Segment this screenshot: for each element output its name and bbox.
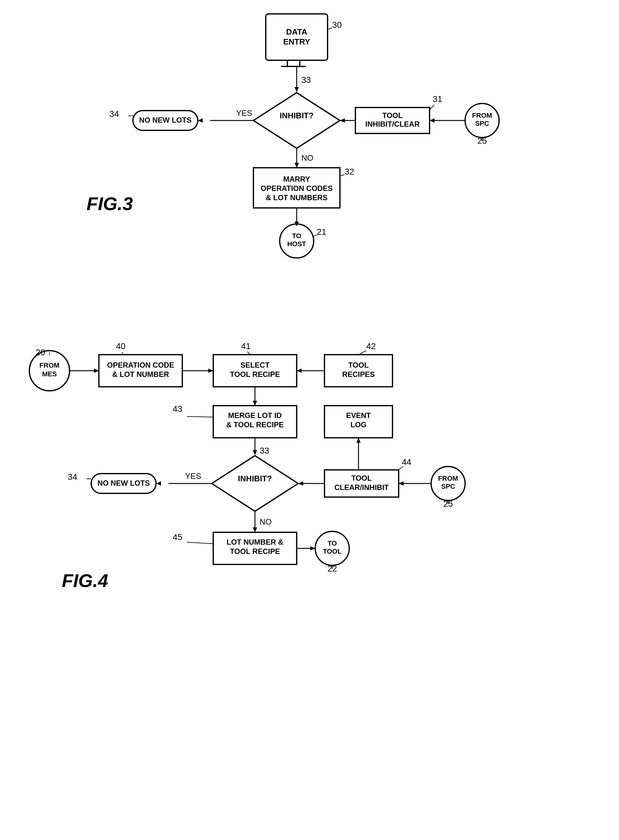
- svg-marker-14: [295, 163, 299, 168]
- to-host-label-2: HOST: [287, 240, 306, 248]
- svg-marker-44: [253, 401, 257, 406]
- svg-marker-49: [253, 450, 257, 455]
- svg-marker-8: [253, 93, 340, 148]
- no-new-lots-label-fig3: NO NEW LOTS: [139, 116, 191, 124]
- svg-line-68: [187, 542, 213, 544]
- yes-label-fig3: YES: [236, 109, 252, 118]
- from-spc-label-1-fig3: FROM: [472, 112, 492, 119]
- yes-label-fig4: YES: [185, 471, 201, 481]
- ref-21: 21: [317, 227, 326, 237]
- data-entry-label-2: ENTRY: [283, 37, 310, 46]
- svg-marker-22: [429, 118, 435, 122]
- to-tool-label-1: TO: [327, 539, 337, 547]
- from-spc-label-2-fig4: SPC: [441, 483, 455, 490]
- ref-33-fig3: 33: [301, 75, 311, 85]
- svg-line-46: [187, 416, 213, 417]
- svg-marker-60: [356, 438, 360, 443]
- marry-label-2: OPERATION CODES: [261, 184, 333, 192]
- tool-clear-label-2: CLEAR/INHIBIT: [334, 483, 389, 491]
- svg-marker-10: [198, 118, 203, 122]
- tool-recipes-label-1: TOOL: [348, 361, 369, 369]
- ref-42: 42: [366, 342, 376, 351]
- tool-inhibit-label-1: TOOL: [382, 111, 403, 119]
- tool-clear-label-1: TOOL: [351, 474, 372, 482]
- op-code-label-1: OPERATION CODE: [107, 361, 174, 369]
- svg-marker-70: [310, 546, 315, 551]
- svg-line-56: [399, 467, 403, 470]
- svg-line-4: [327, 28, 332, 29]
- svg-marker-52: [156, 481, 161, 486]
- no-new-lots-label-fig4: NO NEW LOTS: [97, 479, 150, 487]
- marry-label-1: MARRY: [283, 175, 310, 183]
- ref-41: 41: [241, 342, 251, 351]
- svg-line-28: [314, 235, 317, 236]
- svg-marker-42: [297, 369, 302, 373]
- event-log-label-2: LOG: [350, 421, 366, 429]
- svg-marker-64: [399, 481, 404, 486]
- ref-34-fig3: 34: [109, 109, 119, 119]
- to-tool-label-2: TOOL: [323, 548, 342, 555]
- svg-marker-66: [253, 527, 257, 532]
- merge-lot-label-1: MERGE LOT ID: [228, 411, 281, 419]
- from-spc-label-2-fig3: SPC: [475, 119, 489, 127]
- event-log-label-1: EVENT: [346, 411, 371, 419]
- inhibit-label-fig4: INHIBIT?: [238, 474, 272, 483]
- merge-lot-label-2: & TOOL RECIPE: [226, 421, 284, 429]
- page: DATA ENTRY 30 33 INHIBIT? YES NO NEW LOT…: [0, 0, 619, 840]
- ref-30: 30: [332, 20, 342, 30]
- no-label-fig3: NO: [301, 153, 313, 163]
- select-tool-label-1: SELECT: [241, 361, 270, 369]
- lot-number-label-1: LOT NUMBER &: [227, 538, 283, 546]
- ref-44: 44: [402, 457, 411, 467]
- svg-marker-36: [208, 369, 213, 373]
- ref-31: 31: [433, 94, 442, 104]
- ref-34-fig4: 34: [68, 472, 77, 482]
- no-label-fig4: NO: [260, 517, 272, 527]
- select-tool-label-2: TOOL RECIPE: [230, 370, 280, 379]
- tool-inhibit-label-2: INHIBIT/CLEAR: [365, 120, 420, 128]
- tool-recipes-label-2: RECIPES: [342, 370, 375, 379]
- svg-marker-50: [212, 456, 298, 511]
- svg-marker-32: [94, 369, 99, 373]
- svg-line-24: [340, 175, 345, 176]
- svg-marker-18: [340, 118, 345, 122]
- svg-line-16: [429, 105, 434, 110]
- inhibit-label-fig3: INHIBIT?: [280, 111, 314, 120]
- from-mes-label-2: MES: [42, 370, 57, 378]
- fig4-label: FIG.4: [62, 570, 108, 591]
- from-mes-label-1: FROM: [40, 361, 60, 369]
- data-entry-label-1: DATA: [286, 27, 308, 36]
- ref-40: 40: [116, 342, 126, 351]
- fig3-label: FIG.3: [87, 193, 133, 214]
- svg-marker-7: [295, 87, 299, 92]
- ref-32: 32: [345, 167, 354, 176]
- op-code-label-2: & LOT NUMBER: [112, 370, 169, 379]
- to-host-label-1: TO: [292, 232, 301, 240]
- ref-20: 20: [36, 348, 45, 357]
- marry-label-3: & LOT NUMBERS: [266, 193, 327, 202]
- ref-33-fig4: 33: [260, 446, 269, 455]
- svg-marker-58: [298, 481, 303, 486]
- lot-number-label-2: TOOL RECIPE: [230, 547, 280, 555]
- from-spc-label-1-fig4: FROM: [438, 474, 458, 482]
- ref-43: 43: [173, 404, 182, 414]
- ref-45: 45: [173, 532, 182, 542]
